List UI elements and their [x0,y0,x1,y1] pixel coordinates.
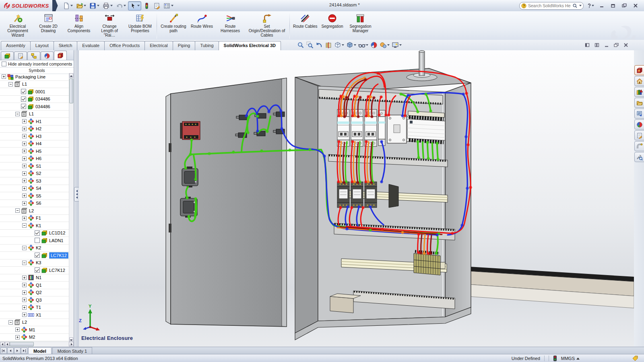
tree-expander-toggle[interactable] [15,335,20,339]
options-button[interactable] [162,2,175,10]
minimize-button[interactable] [597,3,606,9]
tree-expander-toggle[interactable] [15,327,20,332]
edit-appearance-button[interactable] [370,41,378,49]
tree-row[interactable]: L2 [0,319,74,327]
tree-row[interactable]: S5 [0,192,74,200]
print-button[interactable] [101,2,114,10]
tree-row[interactable]: H2 [0,125,74,133]
tree-item-label[interactable]: L2 [22,320,27,325]
previous-view-button[interactable] [315,41,323,49]
display-style-caret[interactable] [354,44,356,46]
tree-expander-toggle[interactable] [22,179,27,183]
door-relay-component[interactable] [180,121,200,140]
create-routing-path-button[interactable]: Create routing path [158,12,189,39]
tab-scroll-first-button[interactable] [0,348,7,354]
tree-row[interactable]: 034486 [0,103,74,111]
change-length-button[interactable]: Change Length of "Rai… [94,12,125,39]
tree-item-label[interactable]: LC7K12 [49,252,68,259]
command-tab[interactable]: Layout [30,41,54,50]
tree-vertical-scrollbar[interactable] [69,73,74,342]
solidworks-logo[interactable]: SOLIDWORKS [0,0,52,11]
tree-expander-toggle[interactable] [15,208,20,213]
windows-button[interactable] [620,3,629,9]
tab-scroll-last-button[interactable] [21,348,27,354]
tree-expander-toggle[interactable] [22,186,27,191]
tree-row[interactable]: Q1 [0,282,74,289]
tree-expander-toggle[interactable] [22,246,27,250]
tree-visibility-checkbox[interactable] [35,267,40,273]
tab-scroll-left-button[interactable] [7,348,14,354]
doc-close-button[interactable] [622,42,630,48]
3d-scene[interactable] [79,50,634,347]
tree-row[interactable]: S1 [0,162,74,170]
task-tab-appearances[interactable] [634,119,644,130]
tree-item-label[interactable]: L2 [29,208,34,213]
tree-row[interactable]: K2 [0,245,74,252]
tree-row[interactable]: Packaging Line [0,73,74,81]
tree-row[interactable]: F1 [0,215,74,222]
tree-item-label[interactable]: N1 [36,275,41,280]
scroll-left-button[interactable] [0,342,5,346]
motor-contactors[interactable] [337,182,398,208]
tree-row[interactable]: N1 [0,274,74,282]
select-tool-button[interactable] [128,1,141,10]
tree-row[interactable]: LC1D12 [0,230,74,237]
align-components-button[interactable]: Align Components [64,12,94,39]
tag-icon[interactable] [632,355,638,362]
tree-expander-toggle[interactable] [22,171,27,176]
route-cables-button[interactable]: Route Cables [291,12,320,39]
panel-splitter[interactable] [74,50,79,347]
enclosure-door[interactable] [166,78,287,327]
section-view-button[interactable] [324,41,332,49]
tree-item-label[interactable]: K2 [36,245,41,250]
tree-item-label[interactable]: S6 [36,201,41,206]
tree-row[interactable]: LC7K12 [0,267,74,274]
tree-item-label[interactable]: Q3 [36,298,42,302]
tree-row[interactable]: Q3 [0,296,74,304]
print-dropdown-caret[interactable] [110,5,113,6]
tree-item-label[interactable]: M1 [29,327,35,332]
tree-expander-toggle[interactable] [22,216,27,220]
panel-tab-electrical[interactable] [54,51,67,60]
tree-item-label[interactable]: Q1 [36,283,42,288]
task-tab-design-library[interactable] [634,87,644,97]
save-button[interactable] [88,2,101,10]
motion-study-tab[interactable]: Motion Study 1 [52,347,92,354]
doc-restore-button[interactable] [613,42,620,48]
task-tab-routing-library[interactable] [634,141,644,151]
tree-row[interactable]: K3 [0,259,74,267]
route-harnesses-button[interactable]: Route Harnesses [215,12,246,39]
tree-expander-toggle[interactable] [15,112,20,116]
hide-show-items-button[interactable] [358,41,369,49]
search-icon[interactable] [572,3,578,8]
tree-row[interactable]: H6 [0,155,74,163]
tree-row[interactable]: L1 [0,111,74,118]
tree-row[interactable]: Q2 [0,289,74,297]
zoom-to-fit-button[interactable] [297,41,305,49]
tree-row[interactable]: H3 [0,133,74,140]
view-settings-caret[interactable] [399,44,402,46]
close-button[interactable] [631,3,640,9]
scroll-left-button-2[interactable] [5,342,10,346]
hide-show-caret[interactable] [366,44,368,46]
tree-expander-toggle[interactable] [2,74,6,79]
tree-expander-toggle[interactable] [22,283,27,287]
tree-item-label[interactable]: L1 [29,111,34,116]
tree-item-label[interactable]: H1 [36,119,41,124]
save-dropdown-caret[interactable] [97,5,99,6]
tree-item-label[interactable]: LC7K12 [49,268,65,273]
scroll-right-button[interactable] [69,342,74,346]
apply-scene-button[interactable] [379,41,390,49]
display-style-button[interactable] [346,41,357,49]
tree-row[interactable]: T1 [0,304,74,312]
tree-item-label[interactable]: S5 [36,193,41,198]
panel-tab-appearance[interactable] [41,51,54,60]
tree-row[interactable]: S2 [0,170,74,178]
task-tab-view-palette[interactable] [634,109,644,119]
doc-previous-window-button[interactable] [584,42,591,48]
units-selector[interactable]: MMGS [561,356,580,361]
tree-item-label[interactable]: H6 [36,156,41,161]
tree-row[interactable]: X1 [0,311,74,319]
tree-item-label[interactable]: M2 [29,335,35,339]
tree-item-label[interactable]: T1 [36,305,41,310]
